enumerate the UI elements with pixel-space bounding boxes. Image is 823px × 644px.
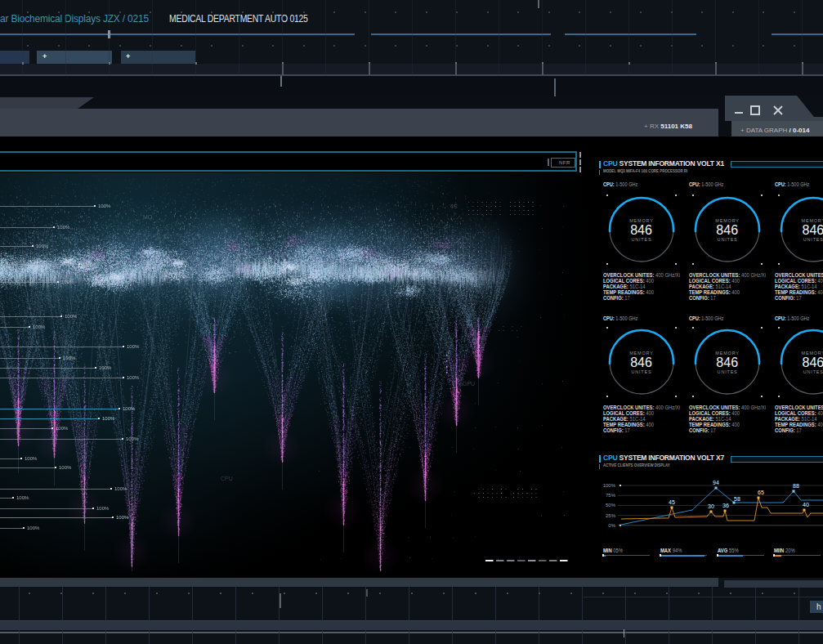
svg-text:0%: 0% (608, 523, 615, 528)
svg-text:30: 30 (708, 503, 714, 509)
svg-text:58: 58 (734, 496, 740, 502)
svg-text:40: 40 (803, 502, 809, 508)
svg-text:45: 45 (669, 499, 675, 505)
svg-text:100%: 100% (603, 483, 616, 488)
svg-text:88: 88 (793, 483, 799, 489)
svg-text:50%: 50% (606, 503, 616, 508)
svg-text:75%: 75% (606, 493, 616, 498)
svg-text:25%: 25% (606, 513, 616, 518)
svg-text:94: 94 (713, 480, 719, 485)
svg-text:65: 65 (758, 490, 764, 495)
svg-text:36: 36 (722, 503, 729, 508)
